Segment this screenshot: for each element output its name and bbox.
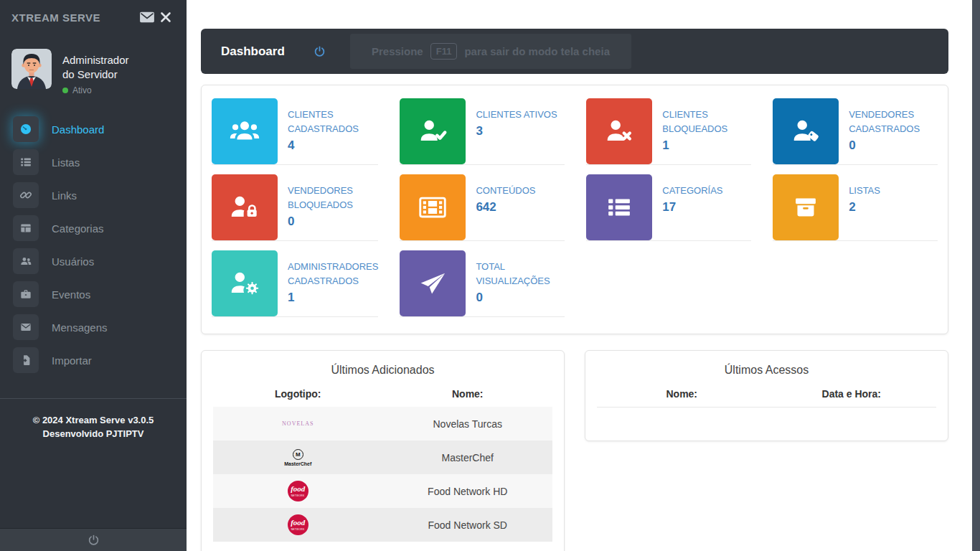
sidebar-item-listas[interactable]: Listas	[0, 146, 187, 179]
stat-card-clientes-ativos[interactable]: CLIENTES ATIVOS3	[400, 98, 565, 165]
stat-card-categorias[interactable]: CATEGORÍAS17	[586, 174, 751, 241]
stat-value: 4	[288, 138, 378, 153]
sidebar-item-links[interactable]: Links	[0, 179, 187, 212]
dashboard-icon	[13, 116, 39, 142]
stat-value: 0	[476, 291, 565, 305]
stat-label: VENDEDORES BLOQUEADOS	[288, 184, 378, 212]
stat-label: VENDEDORES CADASTRADOS	[849, 108, 938, 136]
paper-plane-icon	[400, 250, 466, 316]
user-name: Administrador do Servidor	[62, 53, 129, 82]
developer-text: Desenvolvido PJTIPTV	[0, 427, 187, 441]
users-icon	[212, 98, 278, 164]
sidebar-item-importar[interactable]: Importar	[0, 344, 187, 377]
stat-value: 0	[288, 215, 378, 229]
user-check-icon	[400, 98, 466, 164]
sidebar-item-usuarios[interactable]: Usuários	[0, 245, 187, 278]
notice-suffix: para sair do modo tela cheia	[464, 45, 610, 57]
stat-label: CONTEÚDOS	[476, 184, 535, 198]
stat-card-listas[interactable]: LISTAS2	[773, 174, 938, 241]
channel-logo-cell: M MasterChef	[213, 449, 383, 466]
logout-power-button-top[interactable]	[314, 45, 326, 57]
power-icon	[88, 534, 100, 546]
users-icon	[13, 248, 39, 274]
stat-label: ADMINISTRADORES CADASTRADOS	[288, 260, 378, 288]
sidebar-item-eventos[interactable]: Eventos	[0, 278, 187, 311]
notice-prefix: Pressione	[372, 45, 423, 57]
page-title: Dashboard	[221, 44, 285, 59]
logout-power-button[interactable]	[0, 528, 187, 551]
stat-value: 1	[662, 138, 751, 153]
sidebar-item-label: Links	[52, 189, 77, 202]
stat-value: 1	[288, 291, 378, 305]
stat-card-vendedores-bloqueados[interactable]: VENDEDORES BLOQUEADOS0	[212, 174, 378, 241]
sidebar-item-label: Dashboard	[52, 123, 104, 136]
link-icon	[13, 182, 39, 208]
copyright-text: © 2024 Xtream Serve v3.0.5	[0, 413, 187, 427]
scrollbar[interactable]	[972, 0, 980, 551]
stat-card-clientes-cadastrados[interactable]: CLIENTES CADASTRADOS4	[212, 98, 378, 165]
table-row: M MasterChef MasterChef	[213, 441, 552, 474]
envelope-icon	[13, 314, 39, 340]
table-row: NOVELAS Novelas Turcas	[213, 407, 552, 441]
file-import-icon	[13, 347, 39, 373]
mail-icon[interactable]	[138, 9, 156, 25]
stat-value: 2	[849, 200, 880, 215]
stat-label: CATEGORÍAS	[662, 184, 722, 198]
sidebar-item-categorias[interactable]: Categorias	[0, 212, 187, 245]
channel-name-cell: Food Network SD	[383, 519, 553, 531]
stat-label: CLIENTES ATIVOS	[476, 108, 557, 122]
stat-card-total-visualizacoes[interactable]: TOTAL VISUALIZAÇÕES0	[400, 250, 565, 317]
channel-name-cell: Food Network HD	[383, 486, 553, 497]
panel-title: Últimos Adicionados	[213, 364, 552, 377]
status-badge: Ativo	[62, 85, 129, 95]
sidebar-item-label: Usuários	[52, 255, 94, 268]
channel-logo-cell: NOVELAS	[213, 420, 383, 427]
masterchef-logo: M MasterChef	[284, 449, 311, 466]
column-header-nome: Nome:	[597, 388, 767, 400]
sidebar-item-dashboard[interactable]: Dashboard	[0, 113, 187, 146]
sidebar: XTREAM SERVE	[0, 0, 187, 551]
sidebar-menu: Dashboard Listas Links Categorias Usuári…	[0, 101, 187, 377]
user-lock-icon	[212, 174, 278, 240]
table-row: food network Food Network HD	[213, 474, 552, 508]
online-dot-icon	[62, 88, 68, 93]
power-icon	[314, 45, 326, 57]
channel-logo-cell: food network	[213, 514, 383, 535]
stat-card-conteudos[interactable]: CONTEÚDOS642	[400, 174, 565, 241]
stat-label: CLIENTES BLOQUEADOS	[662, 108, 751, 136]
recent-added-panel: Últimos Adicionados Logotipo: Nome: NOVE…	[201, 350, 565, 551]
food-network-logo: food network	[288, 481, 308, 501]
f11-key: F11	[430, 43, 458, 60]
stat-label: LISTAS	[849, 184, 880, 198]
stat-label: CLIENTES CADASTRADOS	[288, 108, 378, 136]
stat-value: 3	[476, 124, 557, 138]
sidebar-item-label: Importar	[52, 354, 92, 367]
stat-card-clientes-bloqueados[interactable]: CLIENTES BLOQUEADOS1	[586, 98, 751, 165]
user-x-icon	[586, 98, 652, 164]
close-icon[interactable]	[156, 9, 175, 25]
stat-card-administradores[interactable]: ADMINISTRADORES CADASTRADOS1	[212, 250, 378, 317]
stat-value: 17	[662, 200, 722, 215]
stat-card-vendedores-cadastrados[interactable]: VENDEDORES CADASTRADOS0	[773, 98, 938, 165]
fullscreen-notice: Pressione F11 para sair do modo tela che…	[350, 34, 631, 69]
user-panel: Administrador do Servidor Ativo	[0, 34, 187, 101]
sidebar-item-label: Mensagens	[52, 321, 108, 334]
column-header-data-hora: Data e Hora:	[767, 388, 937, 400]
sidebar-item-label: Eventos	[52, 288, 90, 301]
recent-access-panel: Últimos Acessos Nome: Data e Hora:	[585, 350, 948, 441]
stat-value: 642	[476, 200, 535, 215]
stat-label: TOTAL VISUALIZAÇÕES	[476, 260, 565, 288]
sidebar-header: XTREAM SERVE	[0, 0, 187, 34]
th-list-icon	[586, 174, 652, 240]
sidebar-item-label: Categorias	[52, 222, 104, 235]
archive-box-icon	[773, 174, 839, 240]
channel-name-cell: MasterChef	[383, 452, 553, 463]
table-divider	[597, 407, 936, 408]
table-icon	[13, 215, 39, 241]
topbar: Dashboard Pressione F11 para sair do mod…	[201, 29, 948, 74]
column-header-logotipo: Logotipo:	[213, 388, 383, 400]
sidebar-footer: © 2024 Xtream Serve v3.0.5 Desenvolvido …	[0, 399, 187, 441]
list-icon	[13, 149, 39, 175]
sidebar-item-mensagens[interactable]: Mensagens	[0, 311, 187, 344]
channel-logo-cell: food network	[213, 481, 383, 501]
